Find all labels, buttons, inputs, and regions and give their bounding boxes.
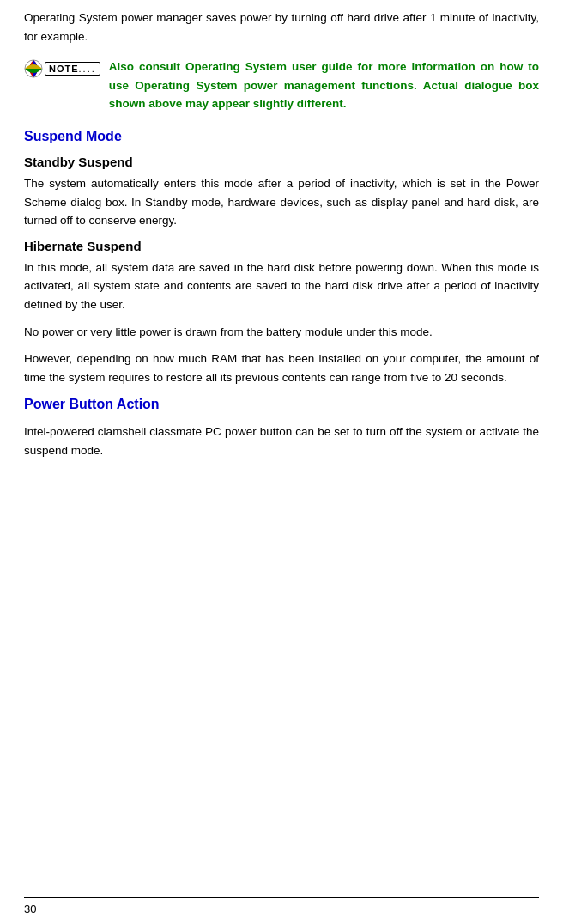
note-block: NOTE .... Also consult Operating System …: [24, 58, 539, 113]
hibernate-para1: In this mode, all system data are saved …: [24, 258, 539, 314]
hibernate-para2: No power or very little power is drawn f…: [24, 323, 539, 342]
note-label-box: NOTE ....: [45, 62, 100, 76]
power-button-heading: Power Button Action: [24, 397, 539, 412]
note-content: Also consult Operating System user guide…: [109, 58, 539, 113]
note-dots: ....: [79, 64, 96, 74]
note-ball-icon: [24, 59, 43, 78]
hibernate-para3: However, depending on how much RAM that …: [24, 350, 539, 386]
suspend-mode-section: Suspend Mode Standby Suspend The system …: [24, 129, 539, 386]
page-number: 30: [24, 903, 36, 915]
power-button-text: Intel-powered clamshell classmate PC pow…: [24, 422, 539, 459]
standby-suspend-heading: Standby Suspend: [24, 155, 539, 169]
suspend-mode-heading: Suspend Mode: [24, 129, 539, 144]
intro-paragraph: Operating System power manager saves pow…: [24, 9, 539, 46]
page-footer: 30: [24, 897, 539, 915]
note-label-text: NOTE: [49, 64, 79, 74]
power-button-section: Power Button Action Intel-powered clamsh…: [24, 397, 539, 459]
standby-suspend-text: The system automatically enters this mod…: [24, 174, 539, 230]
hibernate-suspend-heading: Hibernate Suspend: [24, 239, 539, 253]
standby-suspend-block: Standby Suspend The system automatically…: [24, 155, 539, 230]
hibernate-suspend-block: Hibernate Suspend In this mode, all syst…: [24, 239, 539, 387]
note-icon-wrapper: NOTE ....: [24, 59, 100, 78]
page-container: Operating System power manager saves pow…: [0, 0, 563, 924]
